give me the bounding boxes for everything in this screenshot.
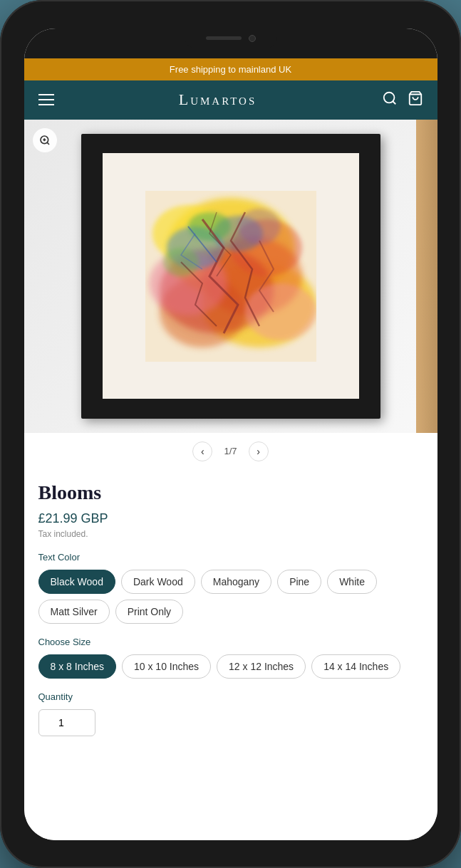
site-logo[interactable]: Lumartos [179,90,257,109]
nav-icons-group [382,90,423,110]
product-info: Blooms £21.99 GBP Tax included. Text Col… [24,470,437,748]
svg-point-19 [188,212,231,241]
navigation: Lumartos [24,80,437,120]
size-option-12-x-12-inches[interactable]: 12 x 12 Inches [217,654,306,679]
color-option-mahogany[interactable]: Mahogany [201,570,271,594]
color-option-pine[interactable]: Pine [277,570,321,594]
status-bar [24,28,437,58]
pagination-indicator: 1/7 [224,446,237,456]
prev-image-button[interactable]: ‹ [192,441,212,461]
color-option-white[interactable]: White [327,570,377,594]
search-icon[interactable] [382,90,398,110]
product-title: Blooms [38,481,423,504]
announcement-text: Free shipping to mainland UK [170,64,291,75]
gallery: ‹ 1/7 › [24,120,437,470]
size-label: Choose Size [38,637,423,647]
price-note: Tax included. [38,529,423,539]
phone-screen: Free shipping to mainland UK Lumartos [24,28,437,840]
speaker [206,36,242,40]
size-option-14-x-14-inches[interactable]: 14 x 14 Inches [311,654,400,679]
color-option-matt-silver[interactable]: Matt Silver [38,600,110,624]
size-option-10-x-10-inches[interactable]: 10 x 10 Inches [122,654,211,679]
hamburger-line-2 [38,99,54,100]
announcement-bar: Free shipping to mainland UK [24,58,437,80]
hamburger-menu-button[interactable] [38,94,54,105]
svg-line-1 [393,101,395,104]
hamburger-line-3 [38,104,54,105]
svg-point-0 [383,92,394,103]
logo-text: Lumartos [179,90,257,108]
quantity-label: Quantity [38,691,423,702]
next-image-peek [416,120,437,433]
svg-line-4 [47,142,49,145]
artwork-frame [81,134,380,419]
size-option-8-x-8-inches[interactable]: 8 x 8 Inches [38,654,117,679]
frame-mat [103,153,359,399]
cart-icon[interactable] [408,90,423,110]
hamburger-line-1 [38,94,54,95]
next-image-button[interactable]: › [249,441,269,461]
text-color-label: Text Color [38,552,423,563]
zoom-button[interactable] [33,128,57,152]
camera [249,35,256,42]
color-option-black-wood[interactable]: Black Wood [38,570,115,594]
product-price: £21.99 GBP [38,511,423,526]
color-options: Black WoodDark WoodMahoganyPineWhiteMatt… [38,570,423,624]
gallery-pagination: ‹ 1/7 › [24,433,437,470]
screen-content: Free shipping to mainland UK Lumartos [24,58,437,840]
size-options: 8 x 8 Inches10 x 10 Inches12 x 12 Inches… [38,654,423,679]
artwork [145,191,316,362]
phone-device: Free shipping to mainland UK Lumartos [0,0,461,868]
gallery-image-area [24,120,437,433]
quantity-input[interactable] [38,709,95,736]
color-option-dark-wood[interactable]: Dark Wood [121,570,195,594]
notch [185,28,277,48]
color-option-print-only[interactable]: Print Only [115,600,183,624]
svg-point-16 [245,283,316,340]
